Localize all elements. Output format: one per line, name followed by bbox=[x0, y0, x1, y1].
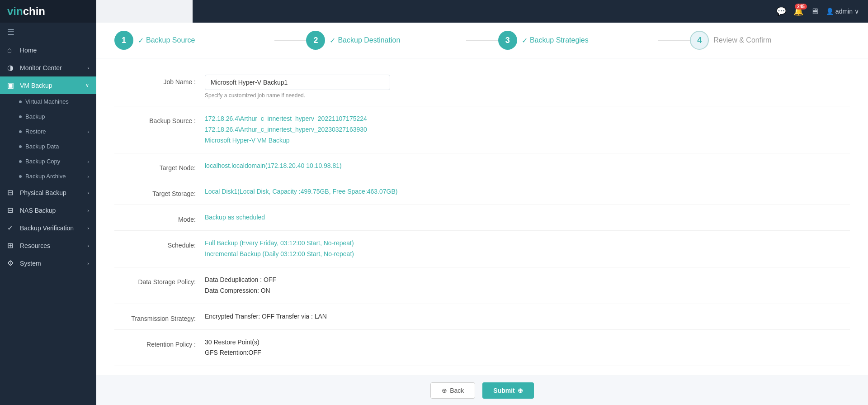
sidebar-sub-label: Backup Copy bbox=[25, 158, 60, 165]
user-menu[interactable]: 👤 admin ∨ bbox=[826, 8, 859, 15]
chevron-right-icon: › bbox=[87, 261, 89, 266]
chevron-right-icon: › bbox=[87, 208, 89, 213]
target-node-value: localhost.localdomain(172.18.20.40 10.10… bbox=[205, 161, 850, 172]
data-storage-policy-value: Data Deduplication : OFF Data Compressio… bbox=[205, 275, 850, 296]
chevron-right-icon: › bbox=[87, 129, 89, 134]
step-2-circle: 2 bbox=[306, 31, 325, 50]
sidebar-item-backup-data[interactable]: Backup Data bbox=[0, 139, 96, 154]
chevron-down-icon: ∨ bbox=[85, 82, 89, 88]
step-4-circle: 4 bbox=[690, 31, 709, 50]
sidebar-sub-label: Backup Archive bbox=[25, 173, 66, 180]
sidebar-item-virtual-machines[interactable]: Virtual Machines bbox=[0, 94, 96, 109]
sidebar-item-system[interactable]: ⚙ System › bbox=[0, 254, 96, 272]
sidebar-item-label: Resources bbox=[20, 242, 50, 249]
data-storage-policy-line-1: Data Deduplication : OFF bbox=[205, 275, 850, 286]
step-divider-3 bbox=[658, 40, 690, 41]
transmission-strategy-value: Encrypted Transfer: OFF Transfer via : L… bbox=[205, 311, 850, 322]
dot-icon bbox=[19, 100, 22, 103]
user-label: admin bbox=[835, 8, 853, 15]
data-storage-policy-line-2: Data Compression: ON bbox=[205, 286, 850, 296]
job-name-label: Job Name : bbox=[114, 75, 205, 86]
sidebar-item-label: VM Backup bbox=[20, 82, 52, 89]
target-node-label: Target Node: bbox=[114, 161, 205, 172]
backup-source-line-3: Microsoft Hyper-V VM Backup bbox=[205, 135, 850, 146]
back-icon: ⊕ bbox=[442, 387, 447, 394]
schedule-value: Full Backup (Every Friday, 03:12:00 Star… bbox=[205, 238, 850, 260]
user-chevron-icon: ∨ bbox=[854, 8, 859, 15]
schedule-row: Schedule: Full Backup (Every Friday, 03:… bbox=[114, 231, 850, 267]
logo: vinchin bbox=[0, 0, 96, 23]
sidebar-toggle[interactable]: ☰ bbox=[0, 23, 96, 42]
main-content: 1 ✓ Backup Source 2 ✓ Backup Destination bbox=[96, 23, 868, 405]
step-2-label: ✓ Backup Destination bbox=[330, 36, 400, 45]
chevron-right-icon: › bbox=[87, 65, 89, 71]
dot-icon bbox=[19, 160, 22, 163]
sidebar-item-physical-backup[interactable]: ⊟ Physical Backup › bbox=[0, 184, 96, 201]
form-content: Job Name : Specify a customized job name… bbox=[96, 58, 868, 376]
sidebar-item-label: System bbox=[20, 260, 41, 267]
retention-policy-line-2: GFS Retention:OFF bbox=[205, 348, 850, 358]
backup-source-label: Backup Source : bbox=[114, 114, 205, 124]
monitor-icon[interactable]: 🖥 bbox=[811, 7, 819, 16]
submit-icon: ⊕ bbox=[518, 387, 523, 394]
target-storage-value: Local Disk1(Local Disk, Capacity :499.75… bbox=[205, 186, 850, 197]
target-storage-label: Target Storage: bbox=[114, 186, 205, 197]
backup-source-line-1: 172.18.26.4\Arthur_c_innertest_hyperv_20… bbox=[205, 114, 850, 124]
sidebar-sub-label: Restore bbox=[25, 128, 46, 135]
sidebar-item-backup-archive[interactable]: Backup Archive › bbox=[0, 169, 96, 184]
sidebar-sub-label: Backup bbox=[25, 113, 45, 120]
step-4-label: Review & Confirm bbox=[713, 36, 771, 44]
sidebar-item-backup-verification[interactable]: ✓ Backup Verification › bbox=[0, 219, 96, 237]
chevron-right-icon: › bbox=[87, 225, 89, 231]
sidebar-item-vm-backup[interactable]: ▣ VM Backup ∨ bbox=[0, 76, 96, 94]
data-storage-policy-label: Data Storage Policy: bbox=[114, 275, 205, 286]
transmission-strategy-label: Transmission Strategy: bbox=[114, 311, 205, 322]
sidebar-sub-label: Backup Data bbox=[25, 143, 59, 150]
job-name-hint: Specify a customized job name if needed. bbox=[205, 92, 850, 99]
backup-source-value: 172.18.26.4\Arthur_c_innertest_hyperv_20… bbox=[205, 114, 850, 146]
sidebar-item-label: Physical Backup bbox=[20, 189, 66, 196]
notification-wrapper[interactable]: 🔔 245 bbox=[793, 6, 803, 16]
form-area: Job Name : Specify a customized job name… bbox=[96, 58, 868, 376]
chevron-right-icon: › bbox=[87, 174, 89, 179]
dot-icon bbox=[19, 175, 22, 178]
home-icon: ⌂ bbox=[7, 46, 15, 54]
step-3: 3 ✓ Backup Strategies bbox=[498, 31, 658, 50]
logo-chin: chin bbox=[23, 5, 45, 17]
back-button[interactable]: ⊕ Back bbox=[430, 382, 475, 399]
retention-policy-row: Retention Policy : 30 Restore Point(s) G… bbox=[114, 330, 850, 367]
data-storage-policy-row: Data Storage Policy: Data Deduplication … bbox=[114, 267, 850, 304]
resources-icon: ⊞ bbox=[7, 241, 15, 250]
sidebar-item-label: Backup Verification bbox=[20, 224, 74, 232]
schedule-line-1: Full Backup (Every Friday, 03:12:00 Star… bbox=[205, 238, 850, 249]
sidebar-item-nas-backup[interactable]: ⊟ NAS Backup › bbox=[0, 201, 96, 219]
sidebar-item-restore[interactable]: Restore › bbox=[0, 124, 96, 139]
dot-icon bbox=[19, 145, 22, 148]
sidebar-item-label: NAS Backup bbox=[20, 207, 56, 214]
stepper: 1 ✓ Backup Source 2 ✓ Backup Destination bbox=[96, 23, 868, 58]
nas-backup-icon: ⊟ bbox=[7, 206, 15, 214]
job-name-row: Job Name : Specify a customized job name… bbox=[114, 67, 850, 106]
step-1: 1 ✓ Backup Source bbox=[114, 31, 274, 50]
sidebar-item-home[interactable]: ⌂ Home bbox=[0, 42, 96, 59]
notification-badge: 245 bbox=[795, 4, 807, 10]
step-1-check: ✓ bbox=[138, 36, 144, 45]
chat-icon[interactable]: 💬 bbox=[776, 6, 786, 16]
topbar: 💬 🔔 245 🖥 👤 admin ∨ bbox=[193, 0, 868, 23]
logo-vin: vin bbox=[7, 5, 23, 17]
submit-button[interactable]: Submit ⊕ bbox=[482, 382, 533, 399]
sidebar-item-monitor-center[interactable]: ◑ Monitor Center › bbox=[0, 59, 96, 76]
advanced-strategy-row: Advanced Strategy : Standard Snapshot : … bbox=[114, 366, 850, 376]
backup-verification-icon: ✓ bbox=[7, 224, 15, 232]
sidebar-sub-label: Virtual Machines bbox=[25, 98, 69, 105]
sidebar-item-resources[interactable]: ⊞ Resources › bbox=[0, 237, 96, 254]
step-3-label: ✓ Backup Strategies bbox=[522, 36, 589, 45]
chevron-right-icon: › bbox=[87, 190, 89, 195]
sidebar-item-backup-copy[interactable]: Backup Copy › bbox=[0, 154, 96, 169]
sidebar-item-backup[interactable]: Backup bbox=[0, 109, 96, 124]
job-name-input[interactable] bbox=[205, 75, 390, 90]
retention-policy-value: 30 Restore Point(s) GFS Retention:OFF bbox=[205, 337, 850, 359]
schedule-line-2: Incremental Backup (Daily 03:12:00 Start… bbox=[205, 249, 850, 260]
step-divider-2 bbox=[466, 40, 498, 41]
backup-source-line-2: 172.18.26.4\Arthur_c_innertest_hyperv_20… bbox=[205, 124, 850, 135]
